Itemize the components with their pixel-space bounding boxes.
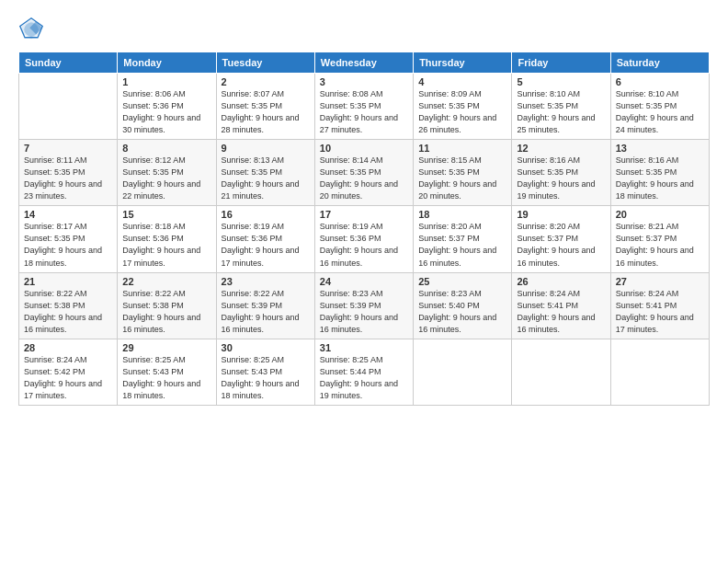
day-cell: 4Sunrise: 8:09 AMSunset: 5:35 PMDaylight… xyxy=(414,74,512,140)
day-number: 28 xyxy=(24,342,112,353)
day-info: Sunrise: 8:25 AMSunset: 5:43 PMDaylight:… xyxy=(122,354,210,402)
day-number: 12 xyxy=(517,143,605,154)
day-info: Sunrise: 8:06 AMSunset: 5:36 PMDaylight:… xyxy=(122,88,210,136)
weekday-header-row: SundayMondayTuesdayWednesdayThursdayFrid… xyxy=(19,52,710,74)
day-number: 2 xyxy=(222,76,310,87)
day-number: 20 xyxy=(616,209,704,220)
day-number: 7 xyxy=(24,143,112,154)
day-cell: 12Sunrise: 8:16 AMSunset: 5:35 PMDayligh… xyxy=(512,140,610,206)
day-cell: 27Sunrise: 8:24 AMSunset: 5:41 PMDayligh… xyxy=(610,272,709,339)
day-info: Sunrise: 8:21 AMSunset: 5:37 PMDaylight:… xyxy=(616,221,704,269)
day-cell xyxy=(414,339,512,405)
weekday-header-tuesday: Tuesday xyxy=(216,52,314,74)
day-info: Sunrise: 8:07 AMSunset: 5:35 PMDaylight:… xyxy=(222,88,310,136)
weekday-header-sunday: Sunday xyxy=(19,52,118,74)
day-number: 13 xyxy=(616,143,704,154)
day-info: Sunrise: 8:11 AMSunset: 5:35 PMDaylight:… xyxy=(24,155,112,202)
day-number: 24 xyxy=(320,276,408,287)
day-info: Sunrise: 8:12 AMSunset: 5:35 PMDaylight:… xyxy=(122,155,210,202)
day-info: Sunrise: 8:24 AMSunset: 5:42 PMDaylight:… xyxy=(24,354,112,402)
weekday-header-friday: Friday xyxy=(512,52,610,74)
day-cell: 29Sunrise: 8:25 AMSunset: 5:43 PMDayligh… xyxy=(118,339,216,405)
day-cell: 25Sunrise: 8:23 AMSunset: 5:40 PMDayligh… xyxy=(414,272,512,339)
day-info: Sunrise: 8:18 AMSunset: 5:36 PMDaylight:… xyxy=(122,221,210,269)
week-row-1: 1Sunrise: 8:06 AMSunset: 5:36 PMDaylight… xyxy=(19,74,710,140)
day-number: 21 xyxy=(24,276,112,287)
day-cell: 23Sunrise: 8:22 AMSunset: 5:39 PMDayligh… xyxy=(216,272,314,339)
day-cell: 6Sunrise: 8:10 AMSunset: 5:35 PMDaylight… xyxy=(610,74,709,140)
day-info: Sunrise: 8:10 AMSunset: 5:35 PMDaylight:… xyxy=(616,88,704,136)
day-number: 31 xyxy=(320,342,408,353)
logo xyxy=(18,17,46,42)
calendar-table: SundayMondayTuesdayWednesdayThursdayFrid… xyxy=(18,52,710,406)
day-number: 29 xyxy=(122,342,210,353)
logo-icon xyxy=(18,17,44,42)
day-number: 30 xyxy=(222,342,310,353)
day-number: 11 xyxy=(418,143,506,154)
day-info: Sunrise: 8:15 AMSunset: 5:35 PMDaylight:… xyxy=(418,155,506,202)
day-cell: 11Sunrise: 8:15 AMSunset: 5:35 PMDayligh… xyxy=(414,140,512,206)
day-info: Sunrise: 8:09 AMSunset: 5:35 PMDaylight:… xyxy=(418,88,506,136)
day-number: 16 xyxy=(222,209,310,220)
day-info: Sunrise: 8:19 AMSunset: 5:36 PMDaylight:… xyxy=(222,221,310,269)
day-number: 10 xyxy=(320,143,408,154)
day-number: 27 xyxy=(616,276,704,287)
day-cell: 18Sunrise: 8:20 AMSunset: 5:37 PMDayligh… xyxy=(414,206,512,272)
day-number: 3 xyxy=(320,76,408,87)
weekday-header-saturday: Saturday xyxy=(610,52,709,74)
week-row-3: 14Sunrise: 8:17 AMSunset: 5:35 PMDayligh… xyxy=(19,206,710,272)
day-number: 8 xyxy=(122,143,210,154)
day-number: 22 xyxy=(122,276,210,287)
day-cell xyxy=(610,339,709,405)
weekday-header-monday: Monday xyxy=(118,52,216,74)
day-number: 9 xyxy=(222,143,310,154)
day-cell: 8Sunrise: 8:12 AMSunset: 5:35 PMDaylight… xyxy=(118,140,216,206)
day-number: 23 xyxy=(222,276,310,287)
day-info: Sunrise: 8:16 AMSunset: 5:35 PMDaylight:… xyxy=(517,155,605,202)
calendar-page: SundayMondayTuesdayWednesdayThursdayFrid… xyxy=(0,0,728,563)
day-number: 4 xyxy=(418,76,506,87)
day-cell: 31Sunrise: 8:25 AMSunset: 5:44 PMDayligh… xyxy=(314,339,413,405)
week-row-5: 28Sunrise: 8:24 AMSunset: 5:42 PMDayligh… xyxy=(19,339,710,405)
header xyxy=(18,17,710,42)
day-number: 25 xyxy=(418,276,506,287)
day-cell: 2Sunrise: 8:07 AMSunset: 5:35 PMDaylight… xyxy=(216,74,314,140)
day-cell: 24Sunrise: 8:23 AMSunset: 5:39 PMDayligh… xyxy=(314,272,413,339)
day-info: Sunrise: 8:22 AMSunset: 5:39 PMDaylight:… xyxy=(222,288,310,336)
day-number: 15 xyxy=(122,209,210,220)
day-cell: 26Sunrise: 8:24 AMSunset: 5:41 PMDayligh… xyxy=(512,272,610,339)
day-info: Sunrise: 8:20 AMSunset: 5:37 PMDaylight:… xyxy=(517,221,605,269)
day-info: Sunrise: 8:22 AMSunset: 5:38 PMDaylight:… xyxy=(122,288,210,336)
day-info: Sunrise: 8:24 AMSunset: 5:41 PMDaylight:… xyxy=(517,288,605,336)
day-cell: 16Sunrise: 8:19 AMSunset: 5:36 PMDayligh… xyxy=(216,206,314,272)
day-info: Sunrise: 8:19 AMSunset: 5:36 PMDaylight:… xyxy=(320,221,408,269)
day-cell: 5Sunrise: 8:10 AMSunset: 5:35 PMDaylight… xyxy=(512,74,610,140)
week-row-4: 21Sunrise: 8:22 AMSunset: 5:38 PMDayligh… xyxy=(19,272,710,339)
day-info: Sunrise: 8:24 AMSunset: 5:41 PMDaylight:… xyxy=(616,288,704,336)
day-cell: 20Sunrise: 8:21 AMSunset: 5:37 PMDayligh… xyxy=(610,206,709,272)
weekday-header-thursday: Thursday xyxy=(414,52,512,74)
day-cell: 21Sunrise: 8:22 AMSunset: 5:38 PMDayligh… xyxy=(19,272,118,339)
day-info: Sunrise: 8:25 AMSunset: 5:44 PMDaylight:… xyxy=(320,354,408,402)
day-cell: 13Sunrise: 8:16 AMSunset: 5:35 PMDayligh… xyxy=(610,140,709,206)
week-row-2: 7Sunrise: 8:11 AMSunset: 5:35 PMDaylight… xyxy=(19,140,710,206)
day-cell: 3Sunrise: 8:08 AMSunset: 5:35 PMDaylight… xyxy=(314,74,413,140)
day-cell xyxy=(19,74,118,140)
day-info: Sunrise: 8:23 AMSunset: 5:40 PMDaylight:… xyxy=(418,288,506,336)
day-cell: 22Sunrise: 8:22 AMSunset: 5:38 PMDayligh… xyxy=(118,272,216,339)
day-info: Sunrise: 8:20 AMSunset: 5:37 PMDaylight:… xyxy=(418,221,506,269)
day-info: Sunrise: 8:08 AMSunset: 5:35 PMDaylight:… xyxy=(320,88,408,136)
day-cell: 19Sunrise: 8:20 AMSunset: 5:37 PMDayligh… xyxy=(512,206,610,272)
day-cell xyxy=(512,339,610,405)
day-number: 19 xyxy=(517,209,605,220)
day-number: 17 xyxy=(320,209,408,220)
day-info: Sunrise: 8:17 AMSunset: 5:35 PMDaylight:… xyxy=(24,221,112,269)
day-info: Sunrise: 8:10 AMSunset: 5:35 PMDaylight:… xyxy=(517,88,605,136)
day-number: 18 xyxy=(418,209,506,220)
day-number: 14 xyxy=(24,209,112,220)
day-info: Sunrise: 8:16 AMSunset: 5:35 PMDaylight:… xyxy=(616,155,704,202)
day-number: 5 xyxy=(517,76,605,87)
day-number: 26 xyxy=(517,276,605,287)
day-info: Sunrise: 8:22 AMSunset: 5:38 PMDaylight:… xyxy=(24,288,112,336)
day-cell: 9Sunrise: 8:13 AMSunset: 5:35 PMDaylight… xyxy=(216,140,314,206)
